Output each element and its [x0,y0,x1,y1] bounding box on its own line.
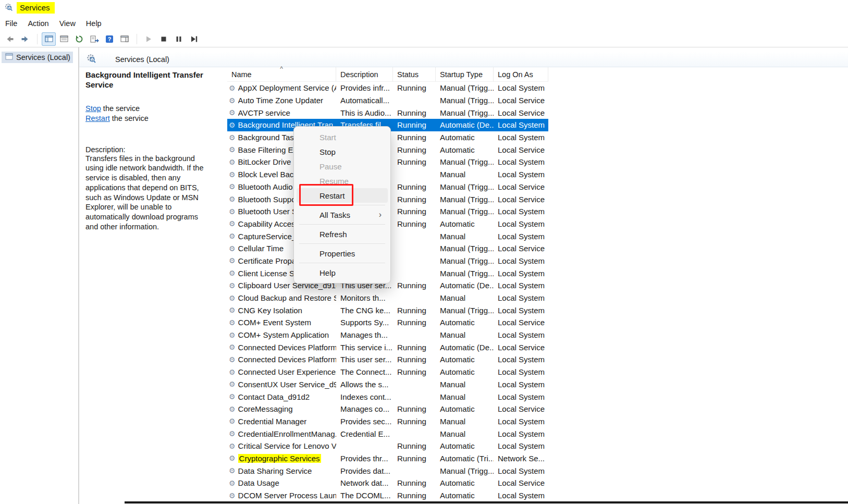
table-row[interactable]: ⚙ ConsentUX User Service_d91... Allows t… [227,378,548,391]
cell-log-on-as: Local System [494,355,548,364]
table-row[interactable]: ⚙ Data Usage Network dat... Running Auto… [227,477,548,489]
menu-item-label: Refresh [319,230,347,239]
context-menu-item-all-tasks[interactable]: All Tasks › [297,207,388,222]
table-row[interactable]: ⚙ COM+ Event System Supports Sy... Runni… [227,316,548,329]
column-header-name[interactable]: Name ^ [227,67,336,81]
table-row[interactable]: ⚙ CredentialEnrollmentManag... Credentia… [227,427,548,440]
column-header-description[interactable]: Description [336,67,393,81]
service-name: Client License Ser [238,269,302,278]
export-list-button[interactable] [87,32,101,46]
table-row[interactable]: ⚙ Connected Devices Platform ... This se… [227,341,548,353]
context-menu-item-stop[interactable]: Stop [297,144,388,159]
service-gear-icon: ⚙ [229,319,236,326]
show-console-tree-button[interactable] [42,32,56,46]
menu-view[interactable]: View [54,17,81,30]
context-menu-item-properties[interactable]: Properties [297,246,388,261]
table-row[interactable]: ⚙ Critical Service for Lenovo Va... Runn… [227,440,548,452]
service-gear-icon: ⚙ [229,492,236,499]
show-action-pane-button[interactable] [117,32,131,46]
menu-file[interactable]: File [0,17,22,30]
column-header-log-on-as[interactable]: Log On As [494,67,548,81]
cell-log-on-as: Local System [494,380,548,389]
restart-service-link[interactable]: Restart [85,114,110,122]
forward-button[interactable] [18,32,32,46]
cell-status: Running [393,157,436,166]
table-row[interactable]: ⚙ Connected Devices Platform ... This us… [227,353,548,366]
menu-item-label: All Tasks [319,211,350,219]
cell-description: Manages th... [336,330,393,339]
cell-startup-type: Manual [436,330,494,339]
context-menu-item-refresh[interactable]: Refresh [297,227,388,241]
table-row[interactable]: ⚙ Cryptographic Services Provides thr...… [227,452,548,465]
cell-status: Running [393,182,436,191]
help-icon: ? [105,34,114,44]
menu-help[interactable]: Help [81,17,107,30]
stop-service-link[interactable]: Stop [85,104,101,113]
tree-item-services-local[interactable]: Services (Local) [2,52,73,63]
column-header-startup-type[interactable]: Startup Type [436,67,494,81]
table-row[interactable]: ⚙ Credential Manager Provides sec... Run… [227,415,548,428]
cell-startup-type: Automatic [436,441,494,450]
service-name: CredentialEnrollmentManag... [238,429,336,438]
service-gear-icon: ⚙ [229,306,236,314]
service-gear-icon: ⚙ [229,282,236,289]
table-row[interactable]: ⚙ DCOM Server Process Launc... The DCOML… [227,489,548,502]
properties-button[interactable] [57,32,71,46]
cell-status: Running [393,454,436,463]
cell-description: Allows the s... [336,380,393,389]
cell-startup-type: Manual (Trigg... [436,182,494,191]
table-row[interactable]: ⚙ COM+ System Application Manages th... … [227,329,548,341]
service-gear-icon: ⚙ [229,480,236,487]
cell-startup-type: Automatic (De... [436,120,494,129]
cell-name: ⚙ CNG Key Isolation [227,306,336,315]
column-header-status[interactable]: Status [393,67,436,81]
service-name: Bluetooth User Su [238,207,302,216]
cell-startup-type: Automatic [436,478,494,487]
service-name: Capability Access [238,219,300,228]
table-row[interactable]: ⚙ AppX Deployment Service (A... Provides… [227,82,548,94]
refresh-button[interactable] [72,32,86,46]
panel-body: Background Intelligent Transfer Service … [79,67,848,504]
cell-status: Running [393,355,436,364]
cell-log-on-as: Local System [494,170,548,179]
start-service-button[interactable] [141,32,155,46]
service-name: Base Filtering Eng [238,145,302,154]
service-gear-icon: ⚙ [229,97,236,104]
service-gear-icon: ⚙ [229,417,236,425]
table-row[interactable]: ⚙ AVCTP service This is Audio... Running… [227,106,548,119]
cell-name: ⚙ CredentialEnrollmentManag... [227,429,336,438]
cell-log-on-as: Local Service [494,182,548,191]
cell-name: ⚙ Credential Manager [227,417,336,426]
restart-service-suffix: the service [110,114,149,122]
panel-header-title: Services (Local) [115,55,169,64]
service-name: Block Level Backu [238,170,302,179]
service-gear-icon: ⚙ [229,294,236,302]
cell-startup-type: Manual [436,293,494,302]
table-row[interactable]: ⚙ Data Sharing Service Provides dat... M… [227,464,548,477]
show-console-tree-icon [44,34,54,44]
service-name: Data Usage [238,478,279,487]
service-name: ConsentUX User Service_d91... [238,380,336,389]
context-menu-item-help[interactable]: Help [297,265,388,280]
table-row[interactable]: ⚙ Connected User Experiences ... The Con… [227,366,548,378]
cell-startup-type: Manual [436,392,494,401]
pause-service-button[interactable] [171,32,186,46]
cell-status: Running [393,318,436,327]
table-row[interactable]: ⚙ Auto Time Zone Updater Automaticall...… [227,94,548,107]
table-row[interactable]: ⚙ CoreMessaging Manages co... Running Au… [227,403,548,415]
stop-service-button[interactable] [156,32,170,46]
cell-log-on-as: Local System [494,269,548,278]
cell-startup-type: Manual [436,380,494,389]
back-button[interactable] [3,32,17,46]
service-gear-icon: ⚙ [229,368,236,376]
service-name: Contact Data_d91d2 [238,392,310,401]
cell-startup-type: Automatic [436,133,494,142]
menu-action[interactable]: Action [22,17,54,30]
table-row[interactable]: ⚙ Cloud Backup and Restore S... Monitors… [227,292,548,304]
table-row[interactable]: ⚙ CNG Key Isolation The CNG ke... Runnin… [227,304,548,316]
restart-service-button[interactable] [187,32,201,46]
help-button[interactable]: ? [102,32,116,46]
table-row[interactable]: ⚙ Contact Data_d91d2 Indexes cont... Man… [227,390,548,403]
service-name: COM+ Event System [238,318,311,327]
column-header-status-label: Status [397,70,419,79]
